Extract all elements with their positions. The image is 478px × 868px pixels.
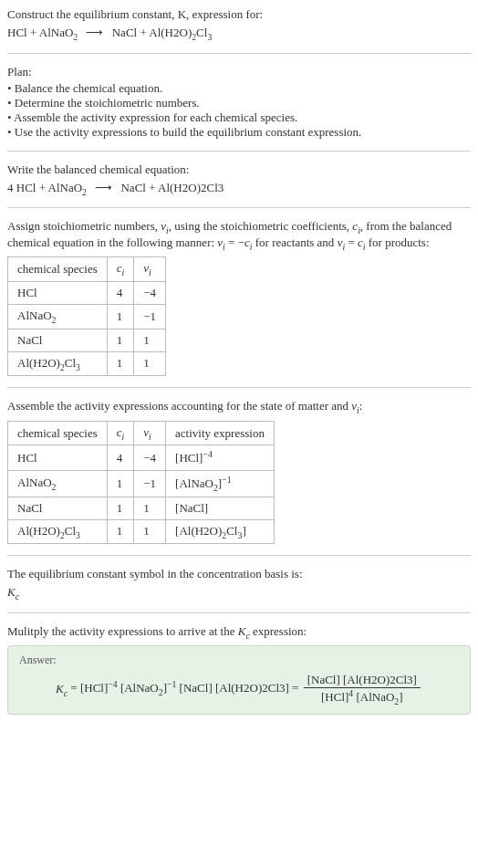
- balanced-equation: 4 HCl + AlNaO2 ⟶ NaCl + Al(H2O)2Cl3: [7, 181, 471, 197]
- plan-item: Determine the stoichiometric numbers.: [7, 96, 471, 110]
- initial-equation: HCl + AlNaO2 ⟶ NaCl + Al(H2O)2Cl3: [7, 26, 471, 42]
- answer-expression: Kc = [HCl]−4 [AlNaO2]−1 [NaCl] [Al(H2O)2…: [19, 673, 459, 706]
- th-species: chemical species: [8, 421, 108, 445]
- cell-vi: 1: [134, 329, 166, 351]
- cell-ci: 1: [107, 470, 134, 497]
- th-vi: νi: [134, 421, 166, 445]
- cell-species: Al(H2O)2Cl3: [8, 351, 108, 376]
- cell-species: HCl: [8, 445, 108, 470]
- table-row: NaCl 1 1: [8, 329, 166, 351]
- plan-item: Balance the chemical equation.: [7, 81, 471, 96]
- cell-expr: [HCl]−4: [166, 445, 275, 470]
- table-row: HCl 4 −4 [HCl]−4: [8, 445, 275, 470]
- th-ci: ci: [107, 421, 134, 445]
- cell-species: HCl: [8, 281, 108, 304]
- cell-ci: 4: [107, 281, 134, 304]
- table-row: NaCl 1 1 [NaCl]: [8, 497, 275, 519]
- cell-ci: 1: [107, 497, 134, 519]
- plan-title: Plan:: [7, 65, 471, 79]
- cell-species: AlNaO2: [8, 470, 108, 497]
- stoich-intro: Assign stoichiometric numbers, νi, using…: [7, 219, 471, 251]
- stoich-table: chemical species ci νi HCl 4 −4 AlNaO2 1…: [7, 256, 166, 376]
- cell-expr: [NaCl]: [166, 497, 275, 519]
- plan-list: Balance the chemical equation. Determine…: [7, 81, 471, 140]
- cell-ci: 1: [107, 351, 134, 376]
- th-ci: ci: [107, 257, 134, 282]
- cell-species: Al(H2O)2Cl3: [8, 519, 108, 544]
- table-row: AlNaO2 1 −1: [8, 304, 166, 329]
- cell-species: AlNaO2: [8, 304, 108, 329]
- cell-vi: 1: [134, 519, 166, 544]
- cell-species: NaCl: [8, 497, 108, 519]
- plan-item: Assemble the activity expression for eac…: [7, 110, 471, 125]
- cell-ci: 1: [107, 304, 134, 329]
- th-vi: νi: [134, 257, 166, 282]
- constant-symbol: Kc: [7, 585, 471, 601]
- cell-vi: −4: [134, 445, 166, 470]
- multiply-section: Mulitply the activity expressions to arr…: [7, 624, 471, 716]
- cell-ci: 4: [107, 445, 134, 470]
- cell-ci: 1: [107, 329, 134, 351]
- header-section: Construct the equilibrium constant, K, e…: [7, 7, 471, 54]
- table-row: Al(H2O)2Cl3 1 1: [8, 351, 166, 376]
- table-header-row: chemical species ci νi: [8, 257, 166, 282]
- th-expr: activity expression: [166, 421, 275, 445]
- activity-table: chemical species ci νi activity expressi…: [7, 421, 275, 544]
- answer-label: Answer:: [19, 654, 459, 667]
- activity-intro: Assemble the activity expressions accoun…: [7, 399, 471, 415]
- cell-expr: [Al(H2O)2Cl3]: [166, 519, 275, 544]
- cell-vi: −1: [134, 470, 166, 497]
- cell-vi: −4: [134, 281, 166, 304]
- answer-box: Answer: Kc = [HCl]−4 [AlNaO2]−1 [NaCl] […: [7, 645, 471, 715]
- constant-intro: The equilibrium constant symbol in the c…: [7, 567, 471, 581]
- table-row: HCl 4 −4: [8, 281, 166, 304]
- constant-section: The equilibrium constant symbol in the c…: [7, 567, 471, 613]
- cell-species: NaCl: [8, 329, 108, 351]
- table-row: AlNaO2 1 −1 [AlNaO2]−1: [8, 470, 275, 497]
- plan-item: Use the activity expressions to build th…: [7, 125, 471, 140]
- cell-vi: 1: [134, 351, 166, 376]
- table-header-row: chemical species ci νi activity expressi…: [8, 421, 275, 445]
- cell-vi: −1: [134, 304, 166, 329]
- cell-expr: [AlNaO2]−1: [166, 470, 275, 497]
- plan-section: Plan: Balance the chemical equation. Det…: [7, 65, 471, 152]
- cell-vi: 1: [134, 497, 166, 519]
- table-row: Al(H2O)2Cl3 1 1 [Al(H2O)2Cl3]: [8, 519, 275, 544]
- balanced-intro: Write the balanced chemical equation:: [7, 162, 471, 177]
- multiply-intro: Mulitply the activity expressions to arr…: [7, 624, 471, 641]
- balanced-section: Write the balanced chemical equation: 4 …: [7, 162, 471, 209]
- cell-ci: 1: [107, 519, 134, 544]
- th-species: chemical species: [8, 257, 108, 282]
- stoich-section: Assign stoichiometric numbers, νi, using…: [7, 219, 471, 388]
- activity-section: Assemble the activity expressions accoun…: [7, 399, 471, 556]
- header-title: Construct the equilibrium constant, K, e…: [7, 7, 471, 22]
